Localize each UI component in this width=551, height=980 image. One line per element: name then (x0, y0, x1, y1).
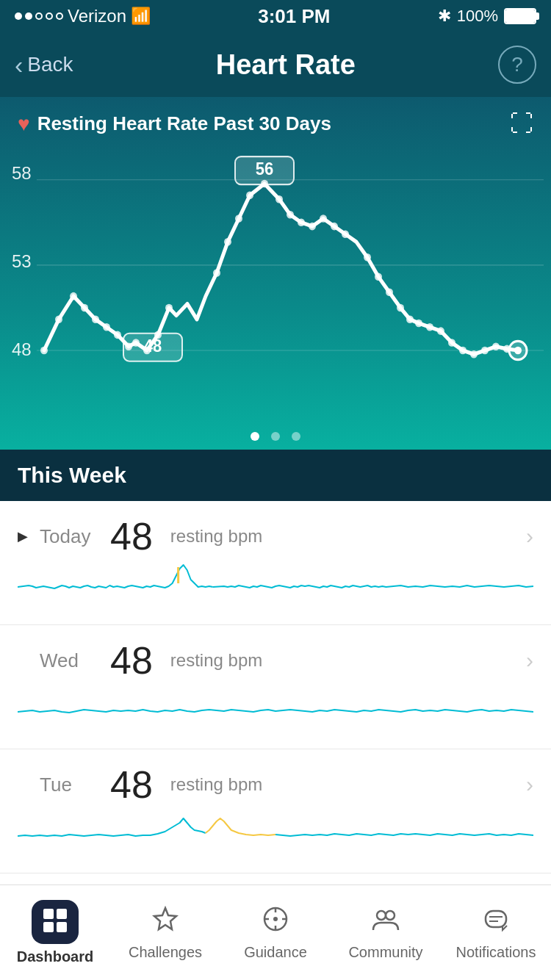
svg-point-38 (481, 347, 489, 355)
svg-point-31 (406, 316, 414, 324)
tue-chevron-icon[interactable]: › (526, 772, 533, 797)
back-chevron-icon: ‹ (15, 51, 23, 79)
page-dot-2[interactable] (271, 432, 280, 441)
wed-chart-svg (18, 685, 533, 732)
svg-point-42 (514, 347, 522, 355)
community-label: Community (348, 944, 422, 961)
svg-rect-51 (57, 922, 67, 932)
battery-fill (505, 10, 535, 23)
chart-area: ♥ Resting Heart Rate Past 30 Days ⛶ 58 5… (0, 97, 551, 450)
tue-label: Tue (40, 774, 98, 796)
day-row-tue: Tue 48 resting bpm › (0, 749, 551, 873)
day-row-today: ▶ Today 48 resting bpm › (0, 501, 551, 625)
svg-point-60 (386, 911, 395, 920)
svg-point-24 (320, 215, 327, 223)
svg-marker-52 (154, 908, 176, 929)
svg-point-34 (437, 327, 444, 335)
svg-point-35 (448, 339, 455, 347)
bluetooth-icon: ✱ (438, 7, 451, 26)
community-icon (372, 905, 400, 940)
nav-item-dashboard[interactable]: Dashboard (0, 885, 110, 980)
guidance-icon-svg (262, 905, 289, 933)
svg-point-27 (364, 253, 371, 262)
nav-item-guidance[interactable]: Guidance (220, 885, 331, 980)
svg-point-22 (298, 219, 305, 227)
day-row-header-wed: Wed 48 resting bpm › (18, 625, 533, 685)
today-chart (18, 561, 533, 624)
svg-point-54 (273, 917, 278, 921)
svg-rect-49 (57, 909, 67, 919)
status-right: ✱ 100% (438, 7, 536, 26)
section-header: This Week (0, 450, 551, 501)
svg-point-17 (235, 215, 242, 223)
guidance-icon (262, 905, 289, 940)
svg-point-23 (309, 223, 316, 231)
svg-point-15 (213, 269, 220, 277)
today-chart-svg (18, 561, 533, 608)
today-label: Today (40, 525, 98, 548)
help-button[interactable]: ? (498, 46, 536, 84)
dashboard-icon-box (32, 900, 79, 944)
status-time: 3:01 PM (258, 5, 330, 28)
wed-bpm: 48 (110, 641, 153, 680)
section-title: This Week (18, 463, 126, 487)
svg-point-30 (397, 304, 404, 312)
svg-text:48: 48 (144, 337, 162, 356)
nav-bar: ‹ Back Heart Rate ? (0, 32, 551, 97)
svg-point-3 (40, 347, 48, 355)
svg-point-16 (224, 238, 231, 246)
svg-point-4 (55, 316, 62, 324)
heart-icon: ♥ (18, 112, 30, 136)
notifications-icon-svg (482, 905, 510, 933)
expand-button[interactable]: ⛶ (510, 110, 533, 137)
signal-dot-3 (35, 12, 43, 20)
page-dot-1[interactable] (251, 432, 259, 441)
challenges-icon-svg (151, 905, 179, 933)
battery-percent: 100% (457, 7, 498, 26)
nav-item-challenges[interactable]: Challenges (110, 885, 220, 980)
svg-point-5 (70, 292, 77, 300)
dashboard-label: Dashboard (17, 948, 93, 965)
chart-title-row: ♥ Resting Heart Rate Past 30 Days (18, 112, 331, 136)
svg-point-20 (276, 195, 283, 203)
signal-dot-5 (56, 12, 63, 20)
svg-point-18 (246, 192, 253, 200)
signal-dots (15, 12, 63, 20)
svg-rect-61 (486, 911, 506, 927)
day-row-wed: Wed 48 resting bpm › (0, 625, 551, 749)
wifi-icon: 📶 (131, 7, 151, 26)
back-button[interactable]: ‹ Back (15, 51, 73, 79)
tue-chart-svg (18, 810, 533, 857)
nav-item-community[interactable]: Community (331, 885, 441, 980)
status-left: Verizon 📶 (15, 6, 151, 26)
bottom-nav: Dashboard Challenges Guidance (0, 884, 551, 980)
page-title: Heart Rate (216, 49, 356, 81)
page-dots (0, 432, 551, 441)
svg-point-37 (470, 350, 478, 359)
chart-svg-wrapper: 56 48 (0, 141, 551, 420)
today-bpm-label: resting bpm (170, 526, 262, 547)
status-bar: Verizon 📶 3:01 PM ✱ 100% (0, 0, 551, 32)
svg-point-8 (103, 323, 110, 331)
svg-point-7 (92, 316, 99, 324)
svg-point-26 (342, 230, 349, 238)
svg-point-6 (81, 304, 88, 312)
today-expand-arrow[interactable]: ▶ (18, 528, 28, 544)
wed-chevron-icon[interactable]: › (526, 648, 533, 673)
signal-dot-1 (15, 12, 22, 20)
svg-point-29 (386, 289, 393, 297)
day-row-header-today: ▶ Today 48 resting bpm › (18, 501, 533, 561)
nav-item-notifications[interactable]: Notifications (441, 885, 551, 980)
dashboard-icon (42, 907, 68, 934)
tue-bpm: 48 (110, 765, 153, 804)
svg-point-32 (415, 320, 422, 328)
svg-point-36 (459, 347, 467, 355)
svg-point-9 (114, 331, 121, 339)
svg-point-39 (492, 342, 500, 350)
tue-bpm-label: resting bpm (170, 774, 262, 795)
today-chevron-icon[interactable]: › (526, 524, 533, 549)
help-icon: ? (511, 53, 523, 76)
page-dot-3[interactable] (292, 432, 300, 441)
today-bpm: 48 (110, 517, 153, 555)
svg-point-25 (331, 223, 338, 231)
